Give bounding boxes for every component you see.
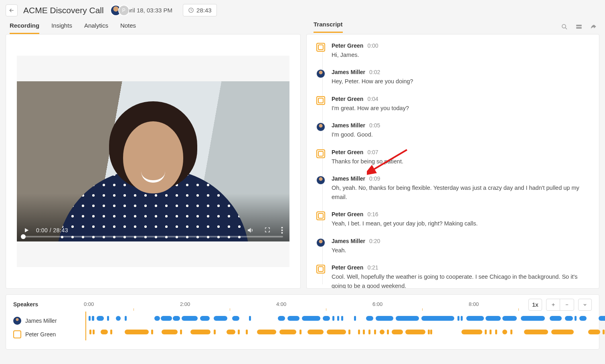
search-icon[interactable] [561, 23, 568, 30]
speech-segment[interactable] [366, 316, 373, 321]
speech-segment[interactable] [97, 316, 104, 321]
speech-segment[interactable] [214, 316, 227, 321]
speaker-row-james[interactable]: James Miller [13, 315, 77, 327]
speech-segment[interactable] [392, 330, 403, 334]
speech-segment[interactable] [428, 330, 430, 334]
speech-segment[interactable] [495, 330, 497, 334]
speech-segment[interactable] [89, 316, 91, 321]
transcript-entry[interactable]: James Miller0:05I'm good. Good. [316, 122, 589, 139]
transcript-entry[interactable]: Peter Green0:16Yeah, I bet. I mean, get … [316, 211, 589, 228]
speech-segment[interactable] [249, 316, 251, 321]
speech-segment[interactable] [376, 316, 393, 321]
speech-segment[interactable] [246, 330, 248, 334]
speech-segment[interactable] [387, 330, 389, 334]
speech-segment[interactable] [502, 330, 507, 334]
speech-segment[interactable] [502, 316, 517, 321]
fullscreen-icon[interactable] [264, 227, 271, 234]
tab-notes[interactable]: Notes [120, 22, 136, 34]
speech-segment[interactable] [89, 330, 91, 334]
tab-insights[interactable]: Insights [51, 22, 72, 34]
speech-segment[interactable] [550, 316, 562, 321]
video-player[interactable]: 0:00 / 28:43 [17, 81, 289, 241]
speech-segment[interactable] [161, 316, 172, 321]
speech-segment[interactable] [405, 330, 425, 334]
speech-segment[interactable] [287, 316, 299, 321]
speech-segment[interactable] [588, 330, 600, 334]
speech-segment[interactable] [173, 316, 180, 321]
speech-segment[interactable] [107, 316, 109, 321]
speech-segment[interactable] [214, 330, 216, 334]
speech-segment[interactable] [430, 330, 432, 334]
speech-segment[interactable] [92, 316, 94, 321]
transcript-entry[interactable]: Peter Green0:07Thanks for being so patie… [316, 149, 589, 166]
transcript-entry[interactable]: Peter Green0:04I'm great. How are you to… [316, 96, 589, 113]
speech-segment[interactable] [125, 330, 149, 334]
speech-segment[interactable] [151, 330, 153, 334]
transcript-entry[interactable]: James Miller0:02Hey, Peter. How are you … [316, 69, 589, 86]
speech-segment[interactable] [182, 316, 198, 321]
tab-recording[interactable]: Recording [10, 22, 39, 34]
speech-segment[interactable] [93, 330, 95, 334]
transcript-entry[interactable]: Peter Green0:21Cool. Well, hopefully the… [316, 264, 589, 289]
speech-segment[interactable] [358, 330, 360, 334]
tab-analytics[interactable]: Analytics [84, 22, 108, 34]
speech-segment[interactable] [308, 330, 324, 334]
speaker-tracks[interactable] [77, 312, 592, 338]
transcript-tab[interactable]: Transcript [314, 21, 343, 33]
speech-segment[interactable] [154, 316, 160, 321]
speech-segment[interactable] [354, 316, 356, 321]
transcript-entry[interactable]: James Miller0:20Yeah. [316, 238, 589, 255]
transcript-entry[interactable]: James Miller0:09Oh, yeah. No, thanks for… [316, 175, 589, 201]
avatar-initial[interactable]: P [118, 5, 129, 16]
speech-segment[interactable] [603, 330, 605, 334]
share-icon[interactable] [590, 23, 597, 30]
layout-icon[interactable] [575, 23, 583, 30]
speech-segment[interactable] [551, 330, 574, 334]
speaker-row-peter[interactable]: Peter Green [13, 328, 77, 340]
play-button[interactable] [23, 227, 30, 233]
back-button[interactable] [6, 4, 18, 16]
speech-segment[interactable] [461, 316, 463, 321]
speech-segment[interactable] [575, 316, 577, 321]
speech-segment[interactable] [599, 316, 605, 321]
speech-segment[interactable] [227, 330, 235, 334]
transcript-entry[interactable]: Peter Green0:00Hi, James. [316, 42, 589, 59]
speech-segment[interactable] [341, 316, 343, 321]
speech-segment[interactable] [323, 316, 330, 321]
speech-segment[interactable] [257, 330, 276, 334]
speech-segment[interactable] [101, 330, 108, 334]
speech-segment[interactable] [279, 330, 296, 334]
speech-segment[interactable] [232, 316, 239, 321]
speech-segment[interactable] [348, 330, 350, 334]
speech-segment[interactable] [190, 330, 210, 334]
speech-segment[interactable] [461, 330, 482, 334]
speech-segment[interactable] [579, 316, 587, 321]
speech-segment[interactable] [466, 316, 484, 321]
speech-segment[interactable] [368, 330, 370, 334]
speech-segment[interactable] [363, 330, 365, 334]
speech-segment[interactable] [510, 330, 512, 334]
speech-segment[interactable] [278, 316, 285, 321]
speech-segment[interactable] [337, 316, 339, 321]
speech-segment[interactable] [110, 330, 112, 334]
speech-segment[interactable] [521, 316, 545, 321]
speech-segment[interactable] [180, 330, 182, 334]
speech-segment[interactable] [457, 316, 459, 321]
speech-segment[interactable] [332, 316, 334, 321]
speech-segment[interactable] [200, 316, 210, 321]
speech-segment[interactable] [162, 330, 178, 334]
speech-segment[interactable] [490, 330, 492, 334]
speech-segment[interactable] [302, 316, 320, 321]
speech-segment[interactable] [421, 316, 454, 321]
speech-segment[interactable] [238, 330, 240, 334]
speech-segment[interactable] [565, 316, 573, 321]
volume-icon[interactable] [247, 227, 254, 234]
speech-segment[interactable] [524, 330, 548, 334]
speech-segment[interactable] [485, 330, 487, 334]
speech-segment[interactable] [125, 316, 127, 321]
speech-segment[interactable] [380, 330, 384, 334]
progress-bar[interactable] [23, 236, 283, 237]
speech-segment[interactable] [299, 330, 301, 334]
speech-segment[interactable] [374, 330, 376, 334]
speech-segment[interactable] [396, 316, 419, 321]
